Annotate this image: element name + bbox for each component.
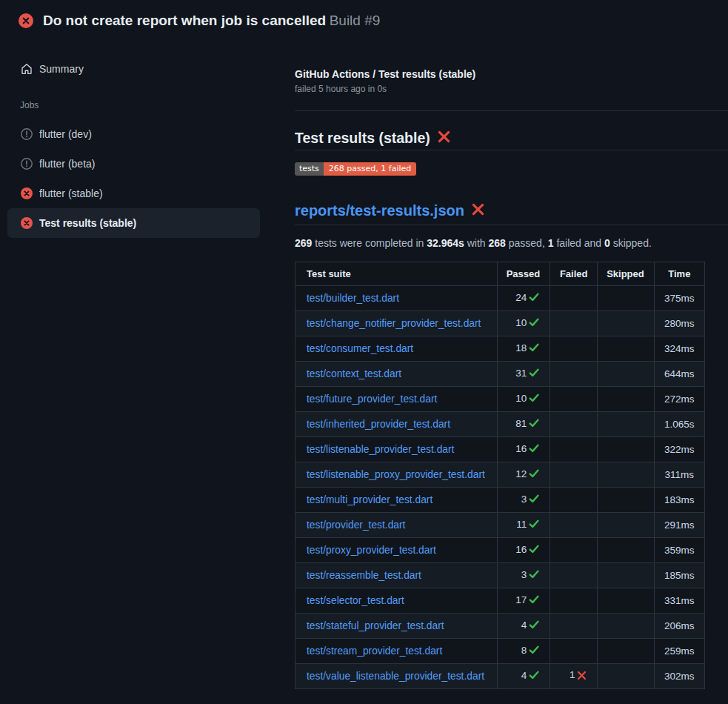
skipped-cell <box>598 462 654 488</box>
skipped-cell <box>598 563 654 588</box>
passed-cell: 8 <box>497 639 550 664</box>
time-cell: 291ms <box>654 513 704 538</box>
skipped-cell <box>598 286 654 311</box>
main-panel: GitHub Actions / Test results (stable) f… <box>295 41 728 689</box>
table-row: test/builder_test.dart 24 375ms <box>295 286 705 311</box>
time-cell: 185ms <box>654 563 704 588</box>
test-suite-link[interactable]: test/listenable_proxy_provider_test.dart <box>307 469 485 480</box>
table-row: test/proxy_provider_test.dart 16 359ms <box>295 538 705 563</box>
test-suite-link[interactable]: test/context_test.dart <box>307 368 401 379</box>
time-cell: 259ms <box>654 639 704 664</box>
test-suite-link[interactable]: test/listenable_provider_test.dart <box>307 444 454 455</box>
table-row: test/inherited_provider_test.dart 81 1.0… <box>295 412 705 437</box>
check-icon <box>528 392 540 406</box>
test-results-table: Test suite Passed Failed Skipped Time te… <box>295 262 705 689</box>
x-icon <box>576 670 587 683</box>
table-row: test/change_notifier_provider_test.dart … <box>295 311 705 336</box>
check-icon <box>528 493 540 507</box>
column-header-passed: Passed <box>497 262 550 286</box>
check-icon <box>528 417 540 431</box>
time-cell: 644ms <box>654 362 704 387</box>
check-icon <box>528 442 540 456</box>
check-icon <box>528 594 540 608</box>
passed-cell: 24 <box>497 286 550 311</box>
check-icon <box>528 518 540 532</box>
failed-x-icon <box>471 202 485 219</box>
skipped-cell <box>598 437 654 462</box>
column-header-skipped: Skipped <box>598 262 654 286</box>
tests-badge: tests 268 passed, 1 failed <box>295 162 416 176</box>
passed-cell: 3 <box>497 488 550 513</box>
time-cell: 331ms <box>654 588 704 614</box>
sidebar-item-flutter-beta[interactable]: flutter (beta) <box>7 149 260 179</box>
sidebar-item-summary[interactable]: Summary <box>7 54 260 84</box>
table-row: test/listenable_proxy_provider_test.dart… <box>295 462 705 488</box>
run-build-number: Build #9 <box>330 13 381 29</box>
failed-cell <box>550 639 598 664</box>
table-row: test/selector_test.dart 17 331ms <box>295 588 705 614</box>
table-row: test/consumer_test.dart 18 324ms <box>295 336 705 362</box>
test-suite-link[interactable]: test/future_provider_test.dart <box>307 393 437 405</box>
time-cell: 359ms <box>654 538 704 563</box>
test-suite-link[interactable]: test/selector_test.dart <box>307 595 404 606</box>
skipped-cell <box>598 387 654 412</box>
time-cell: 302ms <box>654 664 704 689</box>
test-suite-link[interactable]: test/multi_provider_test.dart <box>307 494 433 505</box>
passed-cell: 81 <box>497 412 550 437</box>
jobs-section-label: Jobs <box>20 100 295 110</box>
test-suite-link[interactable]: test/provider_test.dart <box>307 519 405 531</box>
skipped-cell <box>598 538 654 563</box>
failed-cell <box>550 513 598 538</box>
passed-cell: 18 <box>497 336 550 362</box>
check-icon <box>528 619 540 633</box>
passed-cell: 4 <box>497 614 550 639</box>
test-suite-link[interactable]: test/stateful_provider_test.dart <box>307 620 444 631</box>
skipped-cell <box>598 362 654 387</box>
failed-cell <box>550 387 598 412</box>
sidebar-item-flutter-dev[interactable]: flutter (dev) <box>7 119 260 149</box>
time-cell: 206ms <box>654 614 704 639</box>
check-icon <box>528 543 540 557</box>
time-cell: 1.065s <box>654 412 704 437</box>
skipped-cell <box>598 664 654 689</box>
skipped-cell <box>598 311 654 336</box>
sidebar-item-test-results-stable[interactable]: Test results (stable) <box>7 208 260 238</box>
status-failed-icon <box>21 187 33 199</box>
report-title-text: reports/test-results.json <box>295 203 464 218</box>
passed-cell: 10 <box>497 311 550 336</box>
skipped-cell <box>598 488 654 513</box>
failed-cell: 1 <box>550 664 598 689</box>
test-suite-link[interactable]: test/proxy_provider_test.dart <box>307 545 436 556</box>
sidebar-item-flutter-stable[interactable]: flutter (stable) <box>7 179 260 208</box>
sidebar-item-label: Summary <box>39 63 84 75</box>
report-file-link[interactable]: reports/test-results.json <box>295 202 728 225</box>
test-suite-link[interactable]: test/stream_provider_test.dart <box>307 645 442 657</box>
passed-cell: 12 <box>497 462 550 488</box>
table-row: test/stateful_provider_test.dart 4 206ms <box>295 614 705 639</box>
table-row: test/future_provider_test.dart 10 272ms <box>295 387 705 412</box>
column-header-test-suite: Test suite <box>295 262 498 286</box>
passed-cell: 16 <box>497 538 550 563</box>
test-suite-link[interactable]: test/builder_test.dart <box>307 293 399 304</box>
passed-cell: 31 <box>497 362 550 387</box>
table-header-row: Test suite Passed Failed Skipped Time <box>295 262 705 286</box>
check-icon <box>528 644 540 658</box>
section-title: Test results (stable) <box>295 130 728 150</box>
test-suite-link[interactable]: test/reassemble_test.dart <box>307 570 421 581</box>
test-suite-link[interactable]: test/change_notifier_provider_test.dart <box>307 318 481 329</box>
check-icon <box>528 367 540 381</box>
test-suite-link[interactable]: test/consumer_test.dart <box>307 343 413 354</box>
skipped-cell <box>598 336 654 362</box>
time-cell: 311ms <box>654 462 704 488</box>
sidebar-item-label: flutter (beta) <box>39 158 95 170</box>
divider <box>295 110 728 111</box>
check-icon <box>528 291 540 305</box>
time-cell: 375ms <box>654 286 704 311</box>
breadcrumb: GitHub Actions / Test results (stable) <box>295 68 728 80</box>
test-suite-link[interactable]: test/inherited_provider_test.dart <box>307 419 450 430</box>
passed-cell: 10 <box>497 387 550 412</box>
tests-summary-line: 269 tests were completed in 32.964s with… <box>295 237 728 250</box>
status-cancelled-icon <box>21 128 33 140</box>
test-suite-link[interactable]: test/value_listenable_provider_test.dart <box>307 671 484 682</box>
time-cell: 322ms <box>654 437 704 462</box>
